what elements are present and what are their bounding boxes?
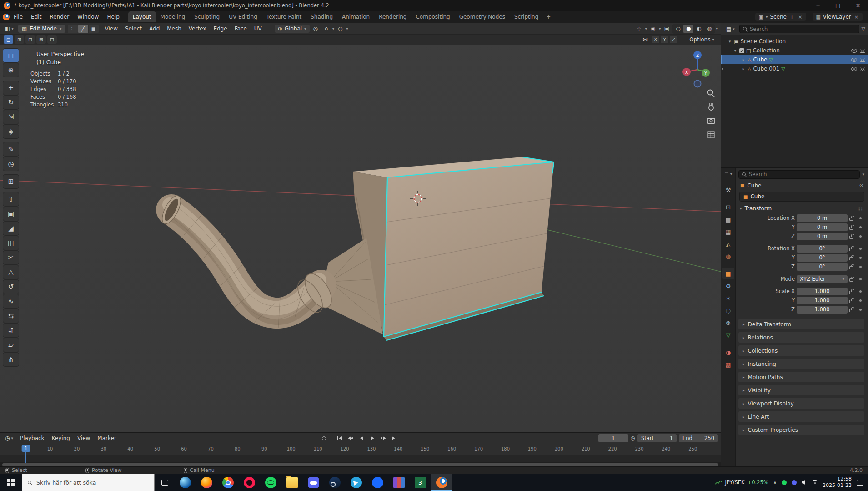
hide-eye-icon[interactable] [851,67,857,71]
workspace-tab-animation[interactable]: Animation [337,11,374,22]
decorate-icon[interactable] [859,235,862,238]
tool-edge-slide[interactable]: ⇆ [3,309,19,323]
remove-viewlayer-button[interactable]: × [853,14,859,20]
taskbar-app-steam[interactable] [324,474,346,491]
taskbar-clock[interactable]: 12:58 2025-01-23 [823,476,852,489]
section-visibility[interactable]: ▸Visibility [738,385,864,395]
select-intersect-icon[interactable]: ⊡ [47,35,57,44]
editor-type-button[interactable]: ◧▾ [3,25,16,33]
menu-help[interactable]: Help [103,12,123,22]
tool-rip-region[interactable]: ⋔ [3,353,19,366]
stock-widget[interactable]: JPY/SEK +0.25% [715,479,768,486]
taskbar-app-file-explorer[interactable] [281,474,303,491]
field-location-z[interactable]: 0 m [797,233,848,240]
tab-physics-properties[interactable]: ◌ [722,305,734,316]
next-keyframe-button[interactable] [379,434,388,442]
lock-icon[interactable] [849,218,853,221]
timeline-ruler[interactable]: 1102030405060708090100110120130140150160… [0,444,721,455]
workspace-tab-shading[interactable]: Shading [306,11,337,22]
lock-icon[interactable] [849,236,853,239]
properties-editor-type-button[interactable]: ≡▾ [722,170,735,178]
decorate-icon[interactable] [859,309,862,311]
tab-constraints-properties[interactable]: ⊗ [722,317,734,328]
field-y[interactable]: 0° [797,254,848,262]
start-frame-field[interactable]: Start1 [637,434,677,442]
taskbar-app-blender[interactable] [431,474,452,491]
hide-eye-icon[interactable] [851,49,857,53]
panel-grip-icon[interactable]: ⣿⣿ [857,206,864,211]
decorate-icon[interactable] [859,217,862,219]
timeline-menu-playback[interactable]: Playback [16,434,48,443]
tool-measure[interactable]: ◷ [3,157,19,171]
options-button[interactable]: Options▾ [687,35,717,44]
expand-icon[interactable]: ▾ [728,39,732,44]
viewport-menu-uv[interactable]: UV [251,24,266,33]
mirror-z-toggle[interactable]: Z [670,36,677,43]
taskbar-app-firefox[interactable] [196,474,217,491]
workspace-tab-modeling[interactable]: Modeling [156,11,190,22]
tab-render-properties[interactable]: ⊡ [722,202,734,213]
select-set-icon[interactable]: ◻ [4,35,13,44]
field-location-y[interactable]: 0 m [797,223,848,231]
pin-icon[interactable]: ⊙ [859,182,863,188]
tool-move[interactable]: + [3,81,19,95]
tab-object-data-properties[interactable]: ▽ [722,329,734,340]
proportional-dropdown[interactable]: ▾ [346,26,348,31]
timeline-menu-keying[interactable]: Keying [48,434,74,443]
viewport-menu-add[interactable]: Add [146,24,163,33]
workspace-tab-scripting[interactable]: Scripting [510,11,543,22]
tool-scale[interactable]: ⇲ [3,110,19,124]
lock-icon[interactable] [849,309,853,312]
tool-spin[interactable]: ↺ [3,280,19,294]
navigation-gizmo[interactable]: Z X Y [682,51,710,87]
tool-poly-build[interactable]: △ [3,265,19,279]
properties-search-input[interactable]: Search [738,170,860,179]
taskbar-app-chrome[interactable] [217,474,239,491]
playhead-badge[interactable]: 1 [22,445,30,452]
lock-icon[interactable] [849,257,853,260]
tool-knife[interactable]: ✂ [3,251,19,264]
tool-rotate[interactable]: ↻ [3,96,19,109]
taskbar-app-discord[interactable] [303,474,324,491]
tool-extrude-region[interactable]: ⇧ [3,192,19,206]
tool-loop-cut[interactable]: ◫ [3,236,19,250]
outliner-row-collection[interactable]: ▾ □ Collection [721,46,868,55]
play-reverse-button[interactable] [357,434,366,442]
face-select-button[interactable]: ■ [89,25,99,33]
select-subtract-icon[interactable]: ⊟ [25,35,35,44]
timeline-scrollbar[interactable] [0,462,721,466]
mirror-y-toggle[interactable]: Y [661,36,668,43]
maximize-button[interactable]: □ [828,0,848,11]
proportional-editing-icon[interactable]: ○ [335,25,345,33]
render-camera-icon[interactable] [860,49,865,53]
timeline-menu-marker[interactable]: Marker [94,434,120,443]
select-extend-icon[interactable]: ⊞ [15,35,24,44]
outliner-row-scene-collection[interactable]: ▾ ▣ Scene Collection [721,37,868,46]
viewport-menu-vertex[interactable]: Vertex [185,24,210,33]
start-button[interactable] [0,474,22,491]
volume-icon[interactable] [802,480,807,485]
tool-transform[interactable]: ◈ [3,125,19,138]
decorate-icon[interactable] [859,278,862,280]
tab-output-properties[interactable]: ▤ [722,214,734,225]
workspace-tab-compositing[interactable]: Compositing [411,11,454,22]
lock-icon[interactable] [849,248,853,251]
field-z[interactable]: 0° [797,263,848,271]
snap-magnet-icon[interactable]: ∩ [321,25,331,33]
transform-panel-header[interactable]: ▾ Transform ⣿⣿ [736,203,868,213]
field-scale-x[interactable]: 1.000 [797,288,848,295]
show-gizmo-icon[interactable]: ⊹ [634,25,644,33]
decorate-icon[interactable] [859,290,862,293]
vertex-select-button[interactable]: ⠅ [68,25,78,33]
tool-annotate[interactable]: ✎ [3,142,19,156]
field-y[interactable]: 1.000 [797,297,848,304]
object-name-field[interactable]: ■ Cube [739,192,864,202]
current-frame-field[interactable]: 1 [598,434,628,442]
taskbar-search-input[interactable]: Skriv här för att söka [22,474,155,491]
section-instancing[interactable]: ▸Instancing [738,359,864,369]
intercooler-mesh[interactable] [159,157,554,340]
decorate-icon[interactable] [859,299,862,302]
tab-view-layer-properties[interactable]: ▦ [722,226,734,237]
workspace-tab-uv-editing[interactable]: UV Editing [224,11,262,22]
tool-add-cube[interactable]: ⊞ [3,175,19,188]
